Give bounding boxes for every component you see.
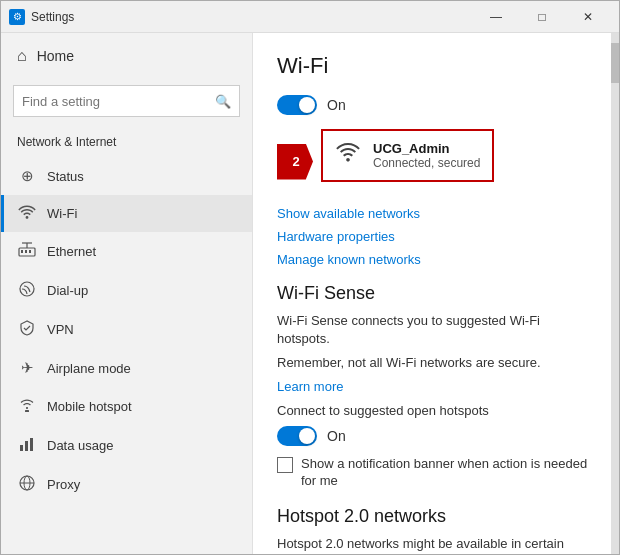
network-card-wrapper: 2 UCG_Admin Connected, secured	[277, 129, 595, 194]
proxy-label: Proxy	[47, 477, 80, 492]
network-name: UCG_Admin	[373, 141, 480, 156]
home-icon: ⌂	[17, 47, 27, 65]
wifi-toggle[interactable]	[277, 95, 317, 115]
dialup-icon	[17, 281, 37, 300]
notification-checkbox-row: Show a notification banner when action i…	[277, 456, 595, 490]
data-label: Data usage	[47, 438, 114, 453]
status-icon: ⊕	[17, 167, 37, 185]
sidebar-item-wifi[interactable]: Wi-Fi 1	[1, 195, 252, 232]
wifi-label: Wi-Fi	[47, 206, 77, 221]
data-icon	[17, 436, 37, 455]
hotspot-toggle[interactable]	[277, 426, 317, 446]
step2-arrow: 2	[277, 144, 313, 180]
window-controls: — □ ✕	[473, 1, 611, 33]
sidebar-item-home[interactable]: ⌂ Home	[1, 33, 252, 79]
connect-label: Connect to suggested open hotspots	[277, 402, 595, 420]
ethernet-label: Ethernet	[47, 244, 96, 259]
notification-checkbox[interactable]	[277, 457, 293, 473]
sidebar-item-proxy[interactable]: Proxy	[1, 465, 252, 504]
svg-rect-8	[20, 445, 23, 451]
search-input[interactable]	[22, 94, 215, 109]
title-bar: ⚙ Settings — □ ✕	[1, 1, 619, 33]
proxy-icon	[17, 475, 37, 494]
wifi-toggle-row: On	[277, 95, 595, 115]
hotspot-desc: Hotspot 2.0 networks might be available …	[277, 535, 595, 554]
svg-rect-9	[25, 441, 28, 451]
sidebar: ⌂ Home 🔍 Network & Internet ⊕ Status	[1, 33, 253, 554]
sidebar-item-airplane[interactable]: ✈ Airplane mode	[1, 349, 252, 387]
airplane-icon: ✈	[17, 359, 37, 377]
network-card[interactable]: UCG_Admin Connected, secured	[321, 129, 494, 182]
sidebar-item-hotspot[interactable]: Mobile hotspot	[1, 387, 252, 426]
vpn-label: VPN	[47, 322, 74, 337]
hardware-properties-link[interactable]: Hardware properties	[277, 229, 595, 244]
svg-rect-2	[25, 250, 27, 253]
vpn-icon	[17, 320, 37, 339]
page-title: Wi-Fi	[277, 53, 595, 79]
svg-rect-3	[29, 250, 31, 253]
svg-rect-1	[21, 250, 23, 253]
sidebar-item-data[interactable]: Data usage	[1, 426, 252, 465]
network-wifi-icon	[335, 142, 361, 170]
notification-label: Show a notification banner when action i…	[301, 456, 595, 490]
learn-more-link[interactable]: Learn more	[277, 379, 595, 394]
minimize-button[interactable]: —	[473, 1, 519, 33]
sidebar-item-vpn[interactable]: VPN	[1, 310, 252, 349]
hotspot-toggle-label: On	[327, 428, 346, 444]
hotspot-label: Mobile hotspot	[47, 399, 132, 414]
status-label: Status	[47, 169, 84, 184]
network-status: Connected, secured	[373, 156, 480, 170]
app-icon: ⚙	[9, 9, 25, 25]
manage-networks-link[interactable]: Manage known networks	[277, 252, 595, 267]
hotspot-title: Hotspot 2.0 networks	[277, 506, 595, 527]
airplane-label: Airplane mode	[47, 361, 131, 376]
scrollbar-thumb[interactable]	[611, 43, 619, 83]
home-label: Home	[37, 48, 74, 64]
svg-rect-10	[30, 438, 33, 451]
show-networks-link[interactable]: Show available networks	[277, 206, 595, 221]
hotspot-icon	[17, 397, 37, 416]
close-button[interactable]: ✕	[565, 1, 611, 33]
ethernet-icon	[17, 242, 37, 261]
search-box[interactable]: 🔍	[13, 85, 240, 117]
section-title: Network & Internet	[1, 131, 252, 157]
wifi-toggle-label: On	[327, 97, 346, 113]
sidebar-item-ethernet[interactable]: Ethernet	[1, 232, 252, 271]
maximize-button[interactable]: □	[519, 1, 565, 33]
toggle-knob	[299, 97, 315, 113]
sidebar-item-dialup[interactable]: Dial-up	[1, 271, 252, 310]
sidebar-item-status[interactable]: ⊕ Status	[1, 157, 252, 195]
dialup-label: Dial-up	[47, 283, 88, 298]
wifi-sense-desc1: Wi-Fi Sense connects you to suggested Wi…	[277, 312, 595, 348]
hotspot-toggle-knob	[299, 428, 315, 444]
network-info: UCG_Admin Connected, secured	[373, 141, 480, 170]
wifi-sense-desc2: Remember, not all Wi-Fi networks are sec…	[277, 354, 595, 372]
hotspot-toggle-row: On	[277, 426, 595, 446]
window-title: Settings	[31, 10, 473, 24]
right-panel: Wi-Fi On 2	[253, 33, 619, 554]
search-icon: 🔍	[215, 94, 231, 109]
settings-window: ⚙ Settings — □ ✕ ⌂ Home 🔍 Network & Inte…	[0, 0, 620, 555]
main-content: ⌂ Home 🔍 Network & Internet ⊕ Status	[1, 33, 619, 554]
scrollbar-track	[611, 33, 619, 554]
wifi-icon	[17, 205, 37, 222]
svg-rect-7	[25, 410, 29, 412]
wifi-sense-title: Wi-Fi Sense	[277, 283, 595, 304]
